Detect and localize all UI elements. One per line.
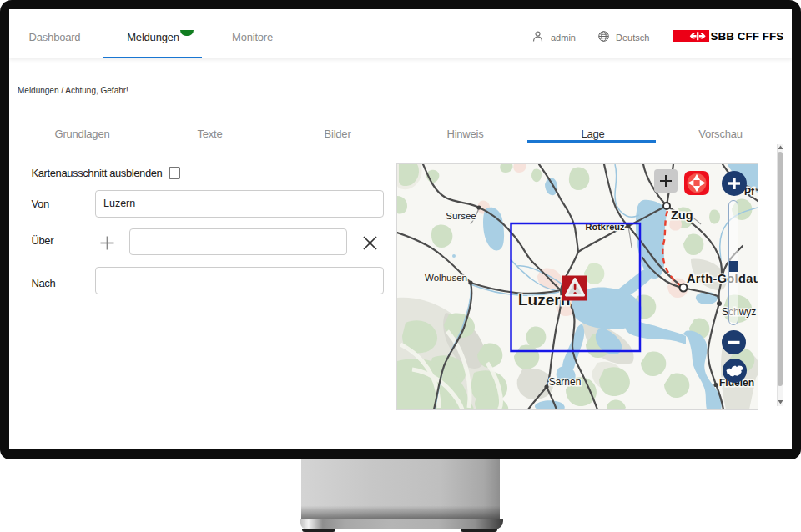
- svg-text:Sursee: Sursee: [446, 211, 476, 221]
- svg-text:Sarnen: Sarnen: [549, 376, 582, 388]
- svg-text:Schwyz: Schwyz: [722, 306, 756, 318]
- svg-text:Luzern: Luzern: [518, 291, 570, 309]
- svg-text:Wolhusen: Wolhusen: [425, 273, 467, 283]
- svg-text:Arth-Goldau: Arth-Goldau: [687, 272, 758, 285]
- svg-text:Zug: Zug: [671, 208, 693, 222]
